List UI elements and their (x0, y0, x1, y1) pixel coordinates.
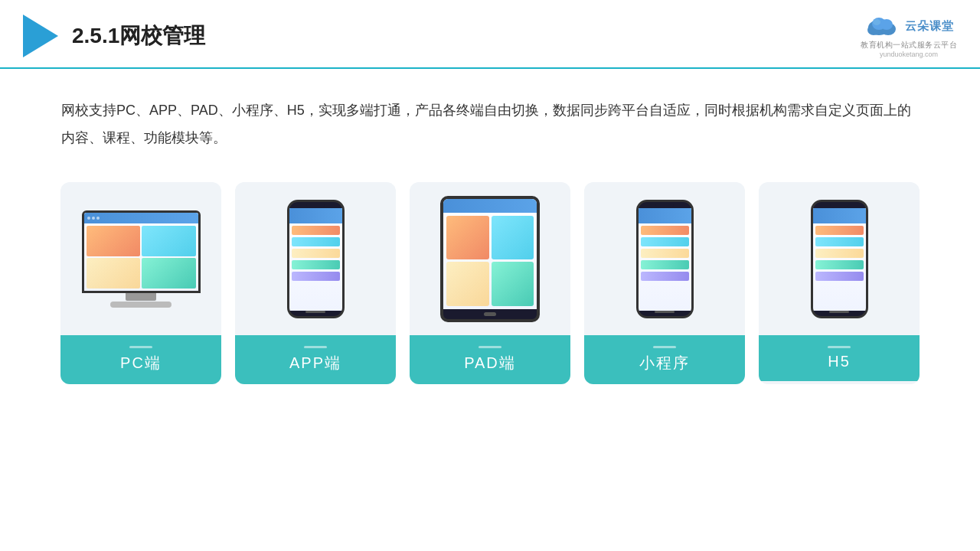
card-app-image (235, 182, 396, 335)
card-miniprogram[interactable]: 小程序 (584, 182, 745, 384)
pc-screen-bar (84, 213, 198, 223)
svg-point-5 (873, 19, 880, 25)
phone-home-indicator (305, 311, 325, 313)
description-text: 网校支持PC、APP、PAD、小程序、H5，实现多端打通，产品各终端自由切换，数… (0, 69, 980, 167)
label-stripe (129, 346, 152, 348)
phone-mockup-app (287, 200, 345, 318)
pc-screen-inner (84, 213, 198, 291)
phone-notch (830, 204, 848, 208)
card-pc-image (60, 182, 221, 335)
cloud-icon (864, 14, 900, 38)
card-miniprogram-label: 小程序 (584, 335, 745, 384)
phone-home-indicator (829, 311, 849, 313)
card-pad-label: PAD端 (410, 335, 570, 384)
header: 2.5.1网校管理 云朵课堂 教育机构一站式服务云平台 yunduoketang… (0, 0, 980, 69)
brand-url: yunduoketang.com (880, 51, 938, 58)
pc-base (110, 302, 172, 308)
card-app[interactable]: APP端 (235, 182, 396, 384)
brand-name: 云朵课堂 (905, 19, 954, 34)
phone-notch (306, 204, 325, 208)
phone-screen (289, 208, 342, 311)
card-h5-label: H5 (759, 335, 920, 381)
card-h5-image (759, 182, 920, 335)
phone-screen-header (639, 208, 691, 223)
card-app-label: APP端 (235, 335, 396, 384)
label-stripe (479, 346, 501, 348)
card-pad-image (410, 182, 570, 335)
brand-logo-img: 云朵课堂 (864, 14, 954, 38)
card-pc[interactable]: PC端 (60, 182, 221, 384)
header-left: 2.5.1网校管理 (23, 15, 205, 57)
tablet-mockup (440, 196, 540, 322)
label-stripe (304, 346, 327, 348)
logo-arrow-icon (23, 15, 58, 57)
phone-notch (655, 204, 674, 208)
phone-mockup-h5 (811, 200, 868, 318)
tablet-screen-header (443, 199, 537, 213)
description-content: 网校支持PC、APP、PAD、小程序、H5，实现多端打通，产品各终端自由切换，数… (61, 103, 911, 145)
tablet-home-button (484, 312, 496, 316)
label-stripe (653, 346, 676, 348)
phone-screen-body (289, 223, 342, 311)
card-h5[interactable]: H5 (759, 182, 920, 384)
phone-home-indicator (655, 311, 675, 313)
pc-mockup (82, 210, 201, 308)
label-stripe (828, 346, 851, 348)
pc-stand (126, 293, 156, 301)
brand-logo: 云朵课堂 教育机构一站式服务云平台 yunduoketang.com (861, 14, 957, 58)
phone-screen-body (639, 223, 691, 311)
pc-screen-content (84, 223, 198, 291)
svg-point-4 (880, 19, 893, 30)
brand-tagline: 教育机构一站式服务云平台 (861, 40, 957, 51)
card-pc-label: PC端 (60, 335, 221, 384)
cards-container: PC端 APP端 (0, 167, 980, 407)
phone-screen-header (813, 208, 866, 223)
phone-mockup-mini (636, 200, 694, 318)
tablet-screen (443, 199, 537, 309)
card-pad[interactable]: PAD端 (410, 182, 570, 384)
pc-screen (82, 210, 201, 293)
phone-screen (813, 208, 866, 311)
tablet-screen-body (443, 213, 537, 309)
phone-screen-body (813, 223, 866, 311)
phone-screen (639, 208, 691, 311)
phone-screen-header (289, 208, 342, 223)
page-title: 2.5.1网校管理 (72, 21, 205, 51)
card-miniprogram-image (584, 182, 745, 335)
